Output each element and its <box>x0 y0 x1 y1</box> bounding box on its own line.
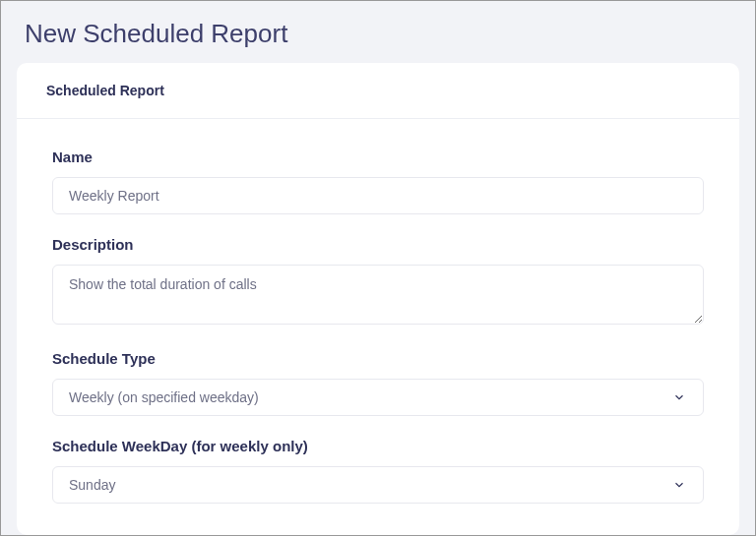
page-title: New Scheduled Report <box>1 1 755 63</box>
schedule-weekday-label: Schedule WeekDay (for weekly only) <box>52 438 704 454</box>
card-body: Name Description Show the total duration… <box>17 119 739 535</box>
card-header-title: Scheduled Report <box>46 83 710 98</box>
name-label: Name <box>52 149 704 165</box>
scheduled-report-card: Scheduled Report Name Description Show t… <box>17 63 739 535</box>
name-field-group: Name <box>52 149 704 214</box>
name-input[interactable] <box>52 177 704 214</box>
schedule-weekday-select[interactable]: Sunday <box>52 466 704 504</box>
schedule-type-select[interactable]: Weekly (on specified weekday) <box>52 379 704 416</box>
schedule-weekday-field-group: Schedule WeekDay (for weekly only) Sunda… <box>52 438 704 504</box>
schedule-type-select-wrapper: Weekly (on specified weekday) <box>52 379 704 416</box>
description-label: Description <box>52 236 704 253</box>
schedule-type-field-group: Schedule Type Weekly (on specified weekd… <box>52 350 704 416</box>
schedule-weekday-select-wrapper: Sunday <box>52 466 704 504</box>
schedule-type-label: Schedule Type <box>52 350 704 367</box>
description-field-group: Description Show the total duration of c… <box>52 236 704 328</box>
card-header: Scheduled Report <box>17 63 739 119</box>
description-textarea[interactable]: Show the total duration of calls <box>52 265 704 325</box>
